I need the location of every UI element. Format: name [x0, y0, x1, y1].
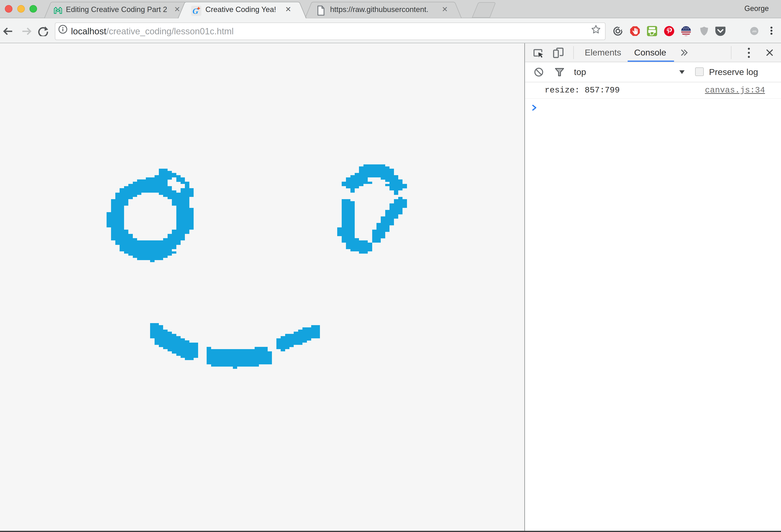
svg-text:G: G — [193, 7, 199, 16]
